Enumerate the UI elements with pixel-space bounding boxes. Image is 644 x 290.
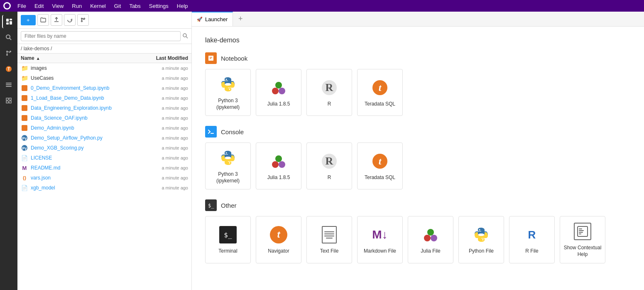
list-item[interactable]: {} vars.json a minute ago [17,173,191,183]
menu-run[interactable]: Run [69,2,85,10]
svg-text:T: T [7,67,10,71]
svg-rect-3 [10,21,12,25]
terminal-card[interactable]: $_ Terminal [205,216,251,263]
menu-settings[interactable]: Settings [146,2,172,10]
julia-file-card[interactable]: Julia File [408,216,453,263]
folder-icon-btn[interactable] [37,14,49,26]
svg-line-18 [186,37,188,38]
list-item[interactable]: Py Demo_Setup_Airflow_Python.py a minute… [17,133,191,143]
console-section: Console Python 3 (ipykernel) [205,126,631,189]
sidebar-orange-icon[interactable]: T [2,62,15,76]
icon-sidebar: T [0,12,17,290]
file-panel: + + / lake-demos / Name [17,12,192,290]
list-item[interactable]: 📁 images a minute ago [17,63,191,73]
notebook-cards: Python 3 (ipykernel) Julia 1.8.5 [205,69,631,116]
list-item[interactable]: 📄 LICENSE a minute ago [17,153,191,163]
refresh-icon-btn[interactable] [64,14,76,26]
python3-logo [218,74,238,94]
terminal-label: Terminal [218,248,237,255]
new-button[interactable]: + + [21,15,36,25]
search-icon [182,33,188,40]
file-list: 📁 images a minute ago 📁 UseCases a minut… [17,63,191,290]
list-item[interactable]: Demo_Admin.ipynb a minute ago [17,123,191,133]
r-file-label: R File [525,248,538,255]
tab-launcher[interactable]: 🚀 Launcher [192,12,233,26]
list-item[interactable]: 1_Load_Base_Demo_Data.ipynb a minute ago [17,93,191,103]
console-section-header: Console [205,126,631,138]
console-teradata-card[interactable]: t Teradata SQL [357,143,403,189]
svg-rect-51 [579,233,581,234]
svg-point-24 [229,89,230,90]
file-name: UseCases [31,75,130,81]
notebook-section-icon [205,52,217,64]
file-list-header: Name ▲ Last Modified [17,54,191,63]
python-file-card[interactable]: Python File [458,216,504,263]
svg-rect-48 [579,229,582,229]
sidebar-files-icon[interactable] [2,15,15,28]
navigator-card[interactable]: t Navigator [256,216,301,263]
sidebar-puzzle-icon[interactable] [2,94,15,107]
file-modified: a minute ago [130,76,188,81]
file-name: 1_Load_Base_Demo_Data.ipynb [31,95,130,101]
svg-rect-11 [6,83,12,84]
console-julia-logo [269,151,289,171]
svg-point-44 [431,235,437,241]
notebook-python3-card[interactable]: Python 3 (ipykernel) [205,69,251,116]
notebook-r-card[interactable]: R R [306,69,352,116]
list-item[interactable]: 📄 xgb_model a minute ago [17,183,191,193]
menu-git[interactable]: Git [111,2,125,10]
tab-add-button[interactable]: + [233,12,248,27]
sidebar-git-icon[interactable] [2,47,15,60]
list-item[interactable]: 📁 UseCases a minute ago [17,73,191,83]
console-teradata-label: Teradata SQL [365,174,395,181]
list-item[interactable]: 0_Demo_Environment_Setup.ipynb a minute … [17,83,191,93]
sidebar-list-icon[interactable] [2,78,15,91]
svg-point-17 [183,34,186,37]
help-logo [573,221,593,241]
list-item[interactable]: Py Demo_XGB_Scoring.py a minute ago [17,143,191,153]
menu-edit[interactable]: Edit [31,2,47,10]
svg-point-43 [424,235,431,241]
file-name: vars.json [31,175,130,181]
col-modified-header[interactable]: Last Modified [130,55,188,61]
file-modified: a minute ago [130,145,188,150]
svg-point-42 [427,229,434,236]
sidebar-search-icon[interactable] [2,31,15,44]
file-modified: a minute ago [130,96,188,101]
markdown-label: Markdown File [364,248,396,255]
list-item[interactable]: Data_Engineering_Exploration.ipynb a min… [17,103,191,113]
upload-icon-btn[interactable] [51,14,62,26]
svg-text:Py: Py [22,136,27,140]
list-item[interactable]: Data_Science_OAF.ipynb a minute ago [17,113,191,123]
main-content: 🚀 Launcher + lake-demos Notebook [192,12,644,290]
console-section-icon [205,126,217,138]
list-item[interactable]: M README.md a minute ago [17,163,191,173]
markdown-file-card[interactable]: M↓ Markdown File [357,216,403,263]
console-julia-card[interactable]: Julia 1.8.5 [256,143,301,189]
console-python3-card[interactable]: Python 3 (ipykernel) [205,143,251,189]
notebook-julia-card[interactable]: Julia 1.8.5 [256,69,301,116]
julia-file-logo [421,225,441,245]
python3-notebook-label: Python 3 (ipykernel) [209,98,247,111]
textfile-card[interactable]: Text File [306,216,352,263]
navigator-icon: t [270,226,287,243]
teradata-logo: t [370,78,390,98]
console-r-card[interactable]: R R [306,143,352,189]
notebook-icon [21,104,28,112]
notebook-teradata-card[interactable]: t Teradata SQL [357,69,403,116]
menu-view[interactable]: View [49,2,67,10]
col-name-header[interactable]: Name ▲ [21,55,130,61]
svg-point-4 [6,35,10,39]
menu-kernel[interactable]: Kernel [87,2,109,10]
console-python3-label: Python 3 (ipykernel) [209,171,247,184]
menu-file[interactable]: File [14,2,29,10]
menu-tabs[interactable]: Tabs [126,2,144,10]
file-modified: a minute ago [130,66,188,71]
other-section-header: $_ Other [205,199,631,211]
r-file-card[interactable]: R R File [509,216,555,263]
git-icon-btn[interactable] [77,14,89,26]
menu-help[interactable]: Help [174,2,191,10]
search-input[interactable] [21,31,181,41]
tab-bar: 🚀 Launcher + [192,12,644,27]
help-card[interactable]: Show Contextual Help [560,216,605,263]
